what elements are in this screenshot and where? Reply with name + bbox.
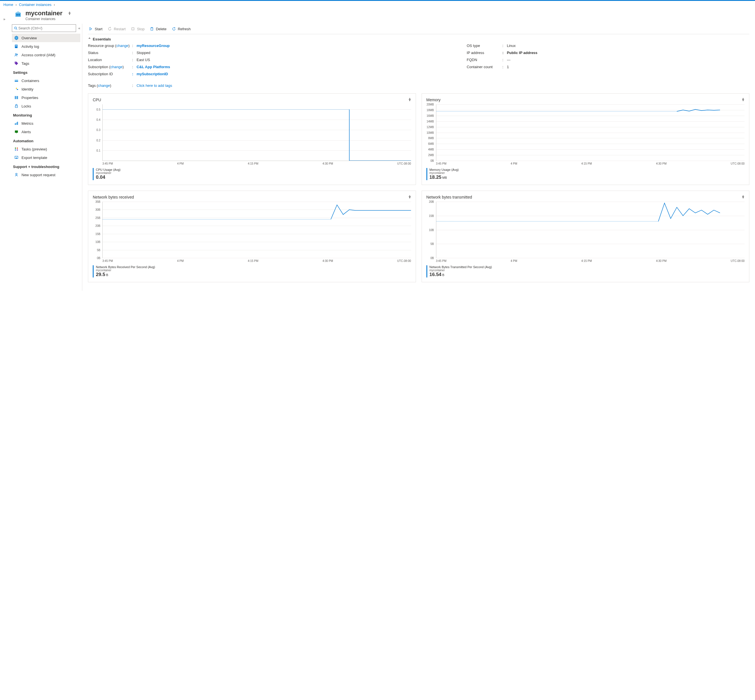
svg-rect-2 bbox=[19, 14, 20, 16]
play-icon bbox=[89, 27, 93, 31]
sidebar-search[interactable] bbox=[12, 24, 76, 32]
support-icon bbox=[14, 172, 19, 177]
svg-point-22 bbox=[15, 148, 16, 149]
nav-item-properties[interactable]: Properties bbox=[12, 93, 80, 102]
location-label: Location bbox=[88, 58, 130, 62]
nav-item-tags[interactable]: Tags bbox=[12, 59, 80, 67]
resource-group-value[interactable]: myResourceGroup bbox=[137, 44, 170, 48]
page-subtitle: Container instances bbox=[25, 17, 62, 21]
chevron-right-icon: › bbox=[16, 3, 17, 7]
change-tags-link[interactable]: change bbox=[98, 83, 110, 88]
restart-icon bbox=[108, 27, 112, 31]
nav-item-label: Identity bbox=[22, 87, 33, 91]
delete-button[interactable]: Delete bbox=[150, 27, 167, 31]
nav-item-metrics[interactable]: Metrics bbox=[12, 119, 80, 128]
ip-address-label: IP address bbox=[466, 51, 501, 55]
location-value: East US bbox=[137, 58, 150, 62]
start-button[interactable]: Start bbox=[89, 27, 102, 31]
stop-label: Stop bbox=[137, 27, 145, 31]
restart-label: Restart bbox=[114, 27, 126, 31]
nav-item-label: Metrics bbox=[22, 121, 33, 126]
chart-title: Network bytes received bbox=[93, 195, 411, 199]
toolbar: Start Restart Stop Delete bbox=[88, 24, 749, 34]
search-input[interactable] bbox=[18, 25, 74, 31]
svg-rect-15 bbox=[16, 96, 17, 99]
nav-item-label: Overview bbox=[22, 36, 37, 40]
chart-card[interactable]: Network bytes transmitted20B15B10B5B0B3:… bbox=[422, 191, 750, 282]
nav-item-label: Access control (IAM) bbox=[22, 53, 55, 57]
nav-section-settings: Settings bbox=[12, 67, 80, 77]
chart-legend: Network Bytes Received Per Second (Avg)m… bbox=[93, 265, 411, 277]
pin-icon[interactable] bbox=[67, 11, 72, 16]
svg-point-9 bbox=[15, 62, 16, 63]
refresh-button[interactable]: Refresh bbox=[172, 27, 191, 31]
subscription-value[interactable]: C&L App Platforms bbox=[137, 65, 170, 69]
svg-rect-13 bbox=[17, 89, 18, 90]
chart-card[interactable]: CPU0.50.40.30.20.13:45 PM4 PM4:15 PM4:30… bbox=[88, 93, 416, 185]
svg-point-27 bbox=[16, 173, 17, 175]
svg-rect-20 bbox=[17, 122, 18, 125]
essentials-toggle[interactable]: ⌃ Essentials bbox=[88, 36, 749, 44]
properties-icon bbox=[14, 95, 19, 100]
svg-rect-19 bbox=[16, 122, 17, 125]
change-resource-group-link[interactable]: change bbox=[116, 44, 128, 48]
main-content: Start Restart Stop Delete bbox=[82, 24, 755, 291]
nav-item-identity[interactable]: Identity bbox=[12, 85, 80, 93]
chart-title: CPU bbox=[93, 98, 411, 102]
expand-rail-icon[interactable]: » bbox=[3, 17, 5, 21]
nav-item-activity-log[interactable]: Activity log bbox=[12, 42, 80, 51]
nav-section-automation: Automation bbox=[12, 136, 80, 145]
nav-item-containers[interactable]: Containers bbox=[12, 77, 80, 85]
breadcrumb-parent[interactable]: Container instances bbox=[19, 3, 51, 7]
chart-legend: Network Bytes Transmitted Per Second (Av… bbox=[426, 265, 745, 277]
nav-item-tasks-preview-[interactable]: Tasks (preview) bbox=[12, 145, 80, 153]
tags-value[interactable]: Click here to add tags bbox=[137, 83, 172, 88]
delete-label: Delete bbox=[156, 27, 167, 31]
collapse-sidebar-icon[interactable]: « bbox=[78, 26, 80, 30]
identity-icon bbox=[14, 87, 19, 91]
svg-point-3 bbox=[14, 27, 16, 29]
refresh-icon bbox=[172, 27, 176, 31]
nav-item-export-template[interactable]: Export template bbox=[12, 153, 80, 162]
page-header: mycontainer Container instances bbox=[8, 8, 755, 24]
stop-button: Stop bbox=[131, 27, 145, 31]
breadcrumb: Home › Container instances › bbox=[0, 1, 755, 8]
subscription-id-value[interactable]: mySubscriptionID bbox=[137, 72, 168, 76]
svg-rect-1 bbox=[16, 14, 18, 16]
svg-rect-16 bbox=[17, 96, 18, 99]
svg-point-12 bbox=[16, 88, 17, 89]
chart-card[interactable]: Network bytes received35B30B25B20B15B10B… bbox=[88, 191, 416, 282]
nav-item-overview[interactable]: Overview bbox=[12, 34, 80, 42]
breadcrumb-home[interactable]: Home bbox=[3, 3, 13, 7]
chart-area: 20MB18MB16MB14MB12MB10MB8MB6MB4MB2MB0B bbox=[436, 105, 745, 161]
nav-item-alerts[interactable]: Alerts bbox=[12, 128, 80, 136]
chart-legend: Memory Usage (Avg)mycontainer18.25 MB bbox=[426, 168, 745, 180]
nav-item-label: Locks bbox=[22, 104, 31, 108]
svg-rect-17 bbox=[15, 106, 17, 108]
chart-area: 35B30B25B20B15B10B5B0B bbox=[102, 202, 411, 258]
pin-icon[interactable] bbox=[741, 195, 745, 200]
chart-title: Memory bbox=[426, 98, 745, 102]
subscription-label: Subscription (change) bbox=[88, 65, 130, 69]
os-type-label: OS type bbox=[466, 44, 501, 48]
svg-point-8 bbox=[17, 54, 17, 55]
alerts-icon bbox=[14, 130, 19, 134]
chevron-up-icon: ⌃ bbox=[88, 37, 91, 41]
nav-item-locks[interactable]: Locks bbox=[12, 102, 80, 110]
stop-icon bbox=[131, 27, 135, 31]
nav-item-access-control-iam-[interactable]: Access control (IAM) bbox=[12, 51, 80, 59]
nav-item-label: Alerts bbox=[22, 130, 31, 134]
container-count-value: 1 bbox=[507, 65, 509, 69]
chart-card[interactable]: Memory20MB18MB16MB14MB12MB10MB8MB6MB4MB2… bbox=[422, 93, 750, 185]
svg-rect-5 bbox=[15, 45, 17, 45]
tag-icon bbox=[14, 61, 19, 66]
container-count-label: Container count bbox=[466, 65, 501, 69]
change-subscription-link[interactable]: change bbox=[110, 65, 122, 69]
svg-rect-18 bbox=[15, 123, 16, 125]
status-label: Status bbox=[88, 51, 130, 55]
pin-icon[interactable] bbox=[741, 98, 745, 102]
metrics-icon bbox=[14, 121, 19, 126]
nav-item-new-support-request[interactable]: New support request bbox=[12, 170, 80, 179]
pin-icon[interactable] bbox=[408, 98, 412, 102]
pin-icon[interactable] bbox=[408, 195, 412, 200]
